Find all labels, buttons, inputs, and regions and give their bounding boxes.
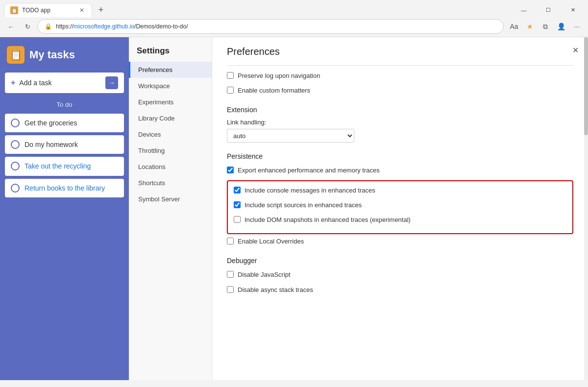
include-dom-row: Include DOM snapshots in enhanced traces…	[234, 215, 566, 225]
settings-title: Settings	[129, 37, 212, 62]
task-text: Get the groceries	[24, 119, 77, 127]
add-task-plus-icon: +	[11, 78, 15, 87]
lock-icon: 🔒	[45, 23, 52, 30]
restore-button[interactable]: ☐	[537, 3, 560, 17]
disable-js-label: Disable JavaScript	[238, 270, 291, 279]
tab-favicon-icon: 📋	[10, 6, 18, 14]
persistence-header: Persistence	[227, 152, 573, 160]
preserve-log-label: Preserve log upon navigation	[238, 72, 320, 80]
settings-nav-experiments[interactable]: Experiments	[129, 94, 212, 110]
disable-js-checkbox[interactable]	[227, 271, 234, 278]
settings-panel: ✕ Preferences Preserve log upon navigati…	[212, 37, 588, 315]
toolbar-icons: Aa ★ ⧉ 👤 ···	[507, 19, 584, 34]
profile-icon[interactable]: 👤	[554, 19, 568, 34]
enable-local-overrides-checkbox[interactable]	[227, 238, 234, 244]
disable-js-row: Disable JavaScript	[227, 269, 573, 280]
new-tab-button[interactable]: +	[94, 3, 108, 17]
link-handling-select-row: auto open in browser open in editor	[227, 129, 573, 143]
favorites-icon[interactable]: ★	[522, 19, 537, 34]
address-input[interactable]: 🔒 https://microsoftedge.github.io/Demos/…	[37, 19, 504, 34]
export-traces-checkbox[interactable]	[227, 167, 234, 173]
settings-nav-throttling[interactable]: Throttling	[129, 143, 212, 159]
tab-title: TODO app	[22, 7, 74, 14]
window-controls: — ☐ ✕	[513, 3, 584, 17]
include-console-row: Include console messages in enhanced tra…	[234, 185, 566, 196]
scrollbar-thumb[interactable]	[584, 37, 588, 135]
menu-icon[interactable]: ···	[569, 19, 584, 34]
settings-content: ✕ Preferences Preserve log upon navigati…	[212, 37, 588, 380]
title-bar: 📋 TODO app ✕ + — ☐ ✕	[0, 0, 588, 17]
red-box-group: Include console messages in enhanced tra…	[227, 180, 573, 235]
settings-nav-devices[interactable]: Devices	[129, 126, 212, 143]
settings-nav-symbol-server[interactable]: Symbol Server	[129, 191, 212, 207]
export-traces-row: Export enhanced performance and memory t…	[227, 165, 573, 176]
task-checkbox[interactable]	[11, 119, 20, 127]
extension-header: Extension	[227, 106, 573, 114]
scrollbar-track	[584, 37, 588, 380]
main-content: 📋 My tasks + Add a task → To do Get the …	[0, 37, 588, 380]
add-task-bar[interactable]: + Add a task →	[5, 73, 124, 93]
task-item[interactable]: Get the groceries	[5, 114, 124, 132]
todo-section-label: To do	[0, 101, 129, 108]
preferences-title: Preferences	[227, 46, 573, 57]
preserve-log-row: Preserve log upon navigation	[227, 71, 573, 81]
link-handling-select[interactable]: auto open in browser open in editor	[227, 129, 354, 143]
task-item[interactable]: Return books to the library	[5, 179, 124, 197]
close-settings-button[interactable]: ✕	[569, 44, 581, 56]
divider	[227, 65, 573, 66]
read-aloud-icon[interactable]: Aa	[507, 19, 521, 34]
settings-nav-library-code[interactable]: Library Code	[129, 110, 212, 126]
custom-formatters-row: Enable custom formatters	[227, 85, 573, 96]
task-text: Return books to the library	[24, 184, 105, 193]
appearance-group: Preserve log upon navigation Enable cust…	[227, 71, 573, 96]
settings-sidebar: Settings Preferences Workspace Experimen…	[129, 37, 212, 380]
todo-header: 📋 My tasks	[0, 37, 129, 73]
minimize-button[interactable]: —	[513, 3, 535, 17]
browser-chrome: 📋 TODO app ✕ + — ☐ ✕ ← ↻ 🔒 https://micro…	[0, 0, 588, 37]
add-task-arrow-icon: →	[105, 76, 118, 89]
close-button[interactable]: ✕	[562, 3, 584, 17]
include-console-checkbox[interactable]	[234, 187, 241, 194]
task-checkbox[interactable]	[11, 162, 20, 170]
task-text: Take out the recycling	[24, 162, 91, 170]
settings-nav-preferences[interactable]: Preferences	[129, 62, 212, 78]
debugger-header: Debugger	[227, 257, 573, 265]
browser-tab[interactable]: 📋 TODO app ✕	[4, 3, 92, 17]
disable-async-checkbox[interactable]	[227, 286, 234, 293]
extension-group: Extension Link handling: auto open in br…	[227, 106, 573, 143]
include-script-checkbox[interactable]	[234, 201, 241, 208]
export-traces-label: Export enhanced performance and memory t…	[238, 166, 380, 175]
enable-local-overrides-row: Enable Local Overrides	[227, 236, 573, 247]
include-script-label: Include script sources in enhanced trace…	[245, 201, 362, 210]
task-checkbox[interactable]	[11, 140, 20, 149]
todo-app-icon: 📋	[7, 46, 24, 64]
collections-icon[interactable]: ⧉	[538, 19, 553, 34]
add-task-label: Add a task	[19, 79, 101, 87]
settings-nav-locations[interactable]: Locations	[129, 159, 212, 175]
enable-local-overrides-label: Enable Local Overrides	[238, 237, 304, 246]
disable-async-label: Disable async stack traces	[238, 286, 313, 294]
address-text: https://microsoftedge.github.io/Demos/de…	[56, 23, 496, 30]
address-bar: ← ↻ 🔒 https://microsoftedge.github.io/De…	[0, 17, 588, 37]
custom-formatters-checkbox[interactable]	[227, 87, 234, 94]
refresh-button[interactable]: ↻	[21, 20, 34, 33]
include-console-label: Include console messages in enhanced tra…	[245, 186, 375, 195]
todo-sidebar: 📋 My tasks + Add a task → To do Get the …	[0, 37, 129, 380]
settings-nav-shortcuts[interactable]: Shortcuts	[129, 175, 212, 191]
persistence-group: Persistence Export enhanced performance …	[227, 152, 573, 247]
custom-formatters-label: Enable custom formatters	[238, 86, 310, 95]
back-button[interactable]: ←	[4, 20, 18, 33]
settings-nav-workspace[interactable]: Workspace	[129, 78, 212, 94]
link-handling-label: Link handling:	[227, 119, 573, 126]
disable-async-row: Disable async stack traces	[227, 285, 573, 295]
task-checkbox[interactable]	[11, 184, 20, 193]
todo-app-title: My tasks	[29, 48, 75, 61]
preserve-log-checkbox[interactable]	[227, 72, 234, 79]
task-item[interactable]: Take out the recycling	[5, 157, 124, 175]
debugger-group: Debugger Disable JavaScript Disable asyn…	[227, 257, 573, 295]
include-dom-checkbox[interactable]	[234, 216, 241, 223]
include-script-row: Include script sources in enhanced trace…	[234, 200, 566, 211]
task-item[interactable]: Do my homework	[5, 135, 124, 154]
task-text: Do my homework	[24, 140, 78, 149]
tab-close-button[interactable]: ✕	[78, 6, 86, 14]
